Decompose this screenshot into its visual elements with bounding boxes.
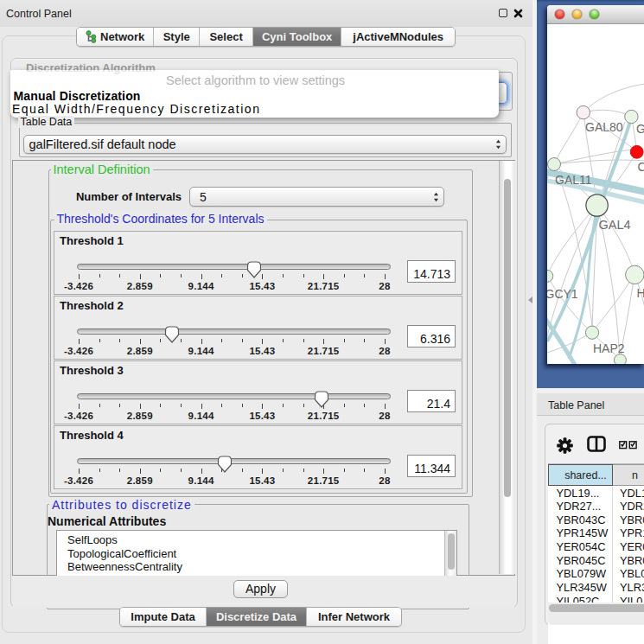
svg-text:GAL4: GAL4 bbox=[599, 218, 631, 232]
svg-text:GA: GA bbox=[636, 122, 644, 136]
svg-text:C: C bbox=[638, 160, 644, 174]
svg-text:GAL11: GAL11 bbox=[555, 173, 592, 187]
svg-text:HAP2: HAP2 bbox=[593, 341, 625, 355]
svg-text:GAL80: GAL80 bbox=[585, 120, 623, 134]
svg-text:H: H bbox=[637, 286, 644, 300]
svg-text:GCY1: GCY1 bbox=[547, 287, 578, 301]
